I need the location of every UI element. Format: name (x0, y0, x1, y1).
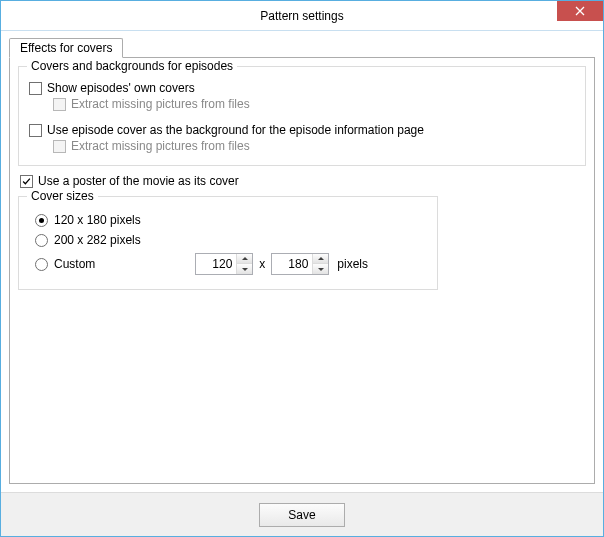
checkbox-extract-missing-2: Extract missing pictures from files (53, 139, 575, 153)
checkbox-label: Use a poster of the movie as its cover (38, 174, 239, 188)
height-input[interactable] (272, 254, 312, 274)
spin-down-button[interactable] (237, 264, 252, 274)
tabstrip: Effects for covers (9, 36, 595, 57)
button-label: Save (288, 508, 315, 522)
checkbox-label: Show episodes' own covers (47, 81, 195, 95)
radio-icon (35, 258, 48, 271)
checkbox-icon (53, 98, 66, 111)
radio-label: 120 x 180 pixels (54, 213, 141, 227)
checkbox-label: Use episode cover as the background for … (47, 123, 424, 137)
tab-label: Effects for covers (20, 41, 112, 55)
footer: Save (1, 492, 603, 536)
width-spinner[interactable] (195, 253, 253, 275)
checkbox-icon (53, 140, 66, 153)
spin-buttons (236, 254, 252, 274)
radio-icon (35, 234, 48, 247)
group-legend: Covers and backgrounds for episodes (27, 59, 237, 73)
radio-custom[interactable]: Custom x (35, 253, 427, 275)
radio-label: Custom (54, 257, 95, 271)
checkbox-label: Extract missing pictures from files (71, 97, 250, 111)
radio-icon (35, 214, 48, 227)
checkbox-extract-missing-1: Extract missing pictures from files (53, 97, 575, 111)
spin-buttons (312, 254, 328, 274)
checkbox-use-cover-as-bg[interactable]: Use episode cover as the background for … (29, 123, 575, 137)
checkbox-icon (20, 175, 33, 188)
tab-panel: Covers and backgrounds for episodes Show… (9, 57, 595, 484)
checkbox-icon (29, 124, 42, 137)
group-cover-sizes: Cover sizes 120 x 180 pixels 200 x 282 p… (18, 196, 438, 290)
tab-effects-for-covers[interactable]: Effects for covers (9, 38, 123, 58)
close-button[interactable] (557, 1, 603, 21)
spin-up-button[interactable] (237, 254, 252, 264)
chevron-up-icon (318, 257, 324, 260)
radio-120x180[interactable]: 120 x 180 pixels (35, 213, 427, 227)
checkbox-use-poster-as-cover[interactable]: Use a poster of the movie as its cover (20, 174, 586, 188)
close-icon (575, 6, 585, 16)
checkbox-icon (29, 82, 42, 95)
titlebar: Pattern settings (1, 1, 603, 31)
checkbox-label: Extract missing pictures from files (71, 139, 250, 153)
chevron-down-icon (242, 268, 248, 271)
group-covers-backgrounds: Covers and backgrounds for episodes Show… (18, 66, 586, 166)
window-title: Pattern settings (260, 9, 343, 23)
window: Pattern settings Effects for covers Cove… (0, 0, 604, 537)
width-input[interactable] (196, 254, 236, 274)
custom-size-controls: x pixels (195, 253, 368, 275)
radio-label: 200 x 282 pixels (54, 233, 141, 247)
checkbox-show-own-covers[interactable]: Show episodes' own covers (29, 81, 575, 95)
x-separator: x (259, 257, 265, 271)
spin-down-button[interactable] (313, 264, 328, 274)
chevron-down-icon (318, 268, 324, 271)
group-legend: Cover sizes (27, 189, 98, 203)
radio-200x282[interactable]: 200 x 282 pixels (35, 233, 427, 247)
save-button[interactable]: Save (259, 503, 345, 527)
chevron-up-icon (242, 257, 248, 260)
height-spinner[interactable] (271, 253, 329, 275)
spin-up-button[interactable] (313, 254, 328, 264)
client-area: Effects for covers Covers and background… (1, 31, 603, 492)
pixels-label: pixels (337, 257, 368, 271)
